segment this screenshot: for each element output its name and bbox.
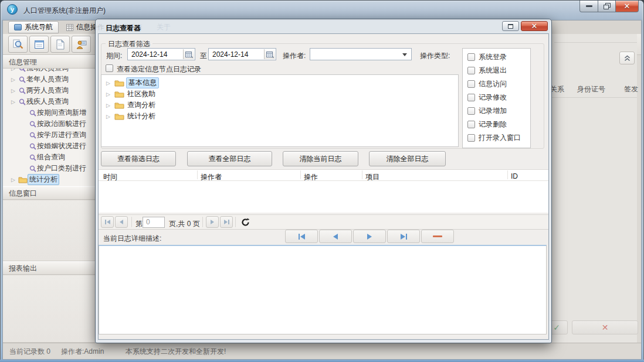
type-row-logout[interactable]: 系统退出 [463,64,530,77]
type-row-open-entry[interactable]: 打开录入窗口 [463,131,530,145]
previous-icon [333,234,338,240]
sidebar-item-hukou[interactable]: 按户口类别进行 [3,163,95,174]
minimize-button[interactable] [579,1,598,12]
view-filtered-logs-button[interactable]: 查看筛选日志 [101,151,176,166]
query-icon [18,69,26,73]
status-record-count: 当前记录数 0 [9,347,50,357]
status-operator: 操作者:Admin [61,347,104,357]
sidebar-item-zuhe[interactable]: 组合查询 [3,152,95,163]
checkbox[interactable] [467,67,475,74]
sidebar-item-label: 统计分析 [28,174,59,185]
tree-item-query-analysis[interactable]: ▷ 查询分析 [101,100,458,111]
first-page-button[interactable] [101,216,114,228]
window-title: 人口管理系统(非注册用户) [23,6,106,16]
minimize-icon [586,5,592,7]
tree-item-stats-analysis[interactable]: ▷ 统计分析 [101,111,458,122]
expand-arrow-icon[interactable]: ▷ [106,114,110,119]
sidebar-item-anqijian[interactable]: 按期间查询新增 [3,107,95,118]
checkbox[interactable] [467,121,475,128]
checkbox[interactable] [467,94,475,101]
detail-label: 当前日志详细描述: [103,234,161,244]
sidebar-item-xueli[interactable]: 按学历进行查询 [3,129,95,141]
document-tool-button[interactable] [50,36,70,53]
type-row-delete[interactable]: 记录删除 [463,118,530,131]
tree-item-community-aid[interactable]: ▷ 社区救助 [101,88,458,100]
sidebar-section-info-management[interactable]: 信息管理 [3,55,95,69]
expand-arrow-icon[interactable]: ▷ [106,91,110,97]
close-button[interactable]: ✕ [615,1,639,12]
sidebar-item-label: 按婚姻状况进行 [37,141,86,151]
date-to-field[interactable]: 2024-12-14 [208,48,276,60]
report-tool-button[interactable] [29,36,49,53]
page-number-input[interactable]: 0 [143,217,165,228]
operator-label: 操作者: [283,51,306,61]
last-page-button[interactable] [220,216,233,228]
type-row-modify[interactable]: 记录修改 [463,91,530,104]
detail-first-button[interactable] [285,230,318,243]
tab-system-navigation[interactable]: 系统导航 [8,21,59,33]
user-tool-button[interactable] [72,36,91,53]
type-row-login[interactable]: 系统登录 [463,50,530,64]
date-from-value: 2024-12-14 [128,50,167,59]
checkbox-label: 记录增加 [479,106,507,116]
sidebar-item-hunyin[interactable]: 按婚姻状况进行 [3,141,95,152]
restore-icon [604,3,611,9]
dialog-restore-button[interactable] [502,21,519,31]
search-tool-button[interactable] [8,36,28,53]
dropdown-arrow-icon[interactable] [402,53,407,56]
detail-previous-button[interactable] [319,230,352,243]
type-row-access[interactable]: 信息访问 [463,77,530,91]
previous-page-button[interactable] [115,216,128,228]
folder-icon [114,101,124,109]
calendar-picker-button[interactable] [183,49,194,59]
detail-next-button[interactable] [353,230,386,243]
to-label: 至 [200,51,207,61]
log-column-id[interactable]: ID [511,172,518,180]
sidebar-item-liudong[interactable]: ▷ 流动人员查询 [3,69,95,74]
checkbox[interactable] [467,148,475,148]
expand-arrow-icon[interactable]: ▷ [106,80,110,86]
restore-button[interactable] [598,1,616,12]
type-row-add[interactable]: 记录增加 [463,104,530,118]
expand-arrow-icon[interactable]: ▷ [11,88,15,94]
calendar-picker-button[interactable] [264,49,275,59]
type-row-close-entry[interactable]: 关闭录入窗口 [463,145,530,148]
clear-current-log-button[interactable]: 清除当前日志 [283,151,358,166]
column-separator [197,170,198,179]
checkbox-label: 信息访问 [479,79,507,89]
log-detail-textarea[interactable] [99,245,547,334]
dialog-close-button[interactable]: ✕ [521,21,548,31]
tree-item-basic-info[interactable]: ▷ 基本信息 [101,77,458,88]
first-icon [300,234,305,240]
clear-all-logs-button[interactable]: 清除全部日志 [369,151,446,166]
sidebar-item-zhengzhi[interactable]: 按政治面貌进行 [3,118,95,129]
expand-arrow-icon[interactable]: ▷ [11,77,15,83]
detail-delete-button[interactable] [421,230,454,243]
expand-arrow-icon[interactable]: ▷ [11,99,15,105]
expand-arrow-icon[interactable]: ▷ [11,69,15,71]
checkbox[interactable] [467,107,475,115]
view-all-logs-button[interactable]: 查看全部日志 [187,151,272,166]
checkbox-label: 关闭录入窗口 [479,146,521,148]
checkbox[interactable] [467,80,475,88]
detail-last-button[interactable] [387,230,420,243]
date-from-field[interactable]: 2024-12-14 [127,48,195,60]
operator-combobox[interactable] [310,48,412,60]
background-cancel-button[interactable]: ✕ [572,320,638,334]
refresh-button[interactable] [239,216,251,228]
sidebar-item-liangla[interactable]: ▷ 两劳人员查询 [3,85,95,96]
node-filter-checkbox[interactable] [106,64,113,72]
sidebar-item-canji[interactable]: ▷ 残疾人员查询 [3,96,95,107]
checkbox[interactable] [467,53,475,61]
expand-arrow-icon[interactable]: ▷ [106,103,110,108]
expand-arrow-icon[interactable]: ▷ [11,177,15,183]
sidebar-section-info-window[interactable]: 信息窗口 [3,186,95,200]
period-label: 期间: [106,51,122,61]
sidebar-item-laonian[interactable]: ▷ 老年人员查询 [3,74,95,85]
sidebar-item-label: 流动人员查询 [26,69,69,73]
collapse-panel-button[interactable] [619,52,635,64]
sidebar-section-report-output[interactable]: 报表输出 [3,261,95,275]
sidebar-item-tongji[interactable]: ▷ 统计分析 [3,174,95,185]
checkbox[interactable] [467,134,475,142]
next-page-button[interactable] [206,216,219,228]
